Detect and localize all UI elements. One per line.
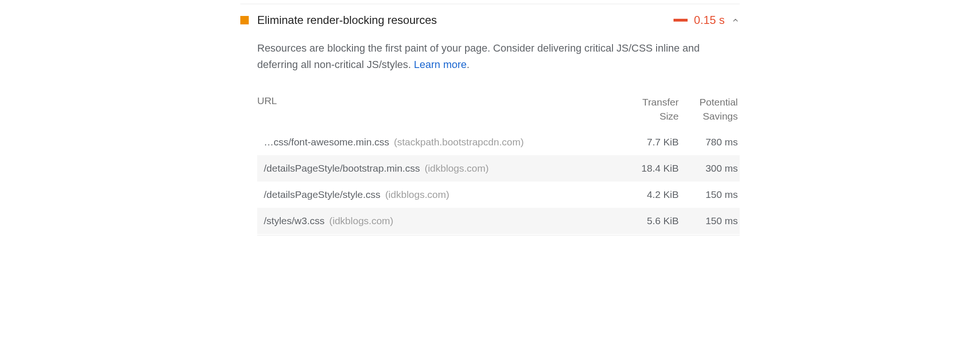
- chevron-up-icon[interactable]: [731, 16, 740, 24]
- col-header-size-line2: Size: [618, 109, 679, 123]
- duration-bar-icon: [674, 19, 688, 22]
- description-period: .: [467, 59, 469, 70]
- duration-value: 0.15 s: [694, 14, 725, 27]
- cell-savings: 300 ms: [679, 163, 740, 174]
- audit-header[interactable]: Eliminate render-blocking resources 0.15…: [240, 14, 740, 27]
- col-header-size: Transfer Size: [618, 95, 679, 123]
- cell-size: 5.6 KiB: [618, 215, 679, 227]
- resources-table: URL Transfer Size Potential Savings …css…: [257, 90, 740, 234]
- top-divider: [240, 4, 740, 4]
- cell-savings: 780 ms: [679, 136, 740, 148]
- url-domain: (idkblogs.com): [329, 215, 394, 226]
- table-row: /styles/w3.css(idkblogs.com) 5.6 KiB 150…: [257, 208, 740, 234]
- url-path: /detailsPageStyle/style.css: [264, 189, 381, 200]
- cell-savings: 150 ms: [679, 215, 740, 227]
- cell-savings: 150 ms: [679, 189, 740, 200]
- url-path: …css/font-awesome.min.css: [264, 136, 389, 147]
- col-header-savings-line1: Potential: [679, 95, 738, 109]
- table-row: …css/font-awesome.min.css(stackpath.boot…: [257, 129, 740, 155]
- col-header-savings: Potential Savings: [679, 95, 740, 123]
- audit-description: Resources are blocking the first paint o…: [257, 40, 740, 73]
- cell-url: /detailsPageStyle/bootstrap.min.css(idkb…: [264, 163, 618, 174]
- url-domain: (idkblogs.com): [425, 163, 489, 174]
- audit-header-right: 0.15 s: [674, 14, 740, 27]
- url-path: /styles/w3.css: [264, 215, 325, 226]
- audit-body: Resources are blocking the first paint o…: [240, 27, 740, 235]
- cell-url: /detailsPageStyle/style.css(idkblogs.com…: [264, 189, 618, 200]
- status-square-icon: [240, 16, 249, 24]
- bottom-divider: [257, 235, 740, 235]
- description-text: Resources are blocking the first paint o…: [257, 42, 700, 70]
- url-path: /detailsPageStyle/bootstrap.min.css: [264, 163, 420, 174]
- cell-size: 18.4 KiB: [618, 163, 679, 174]
- col-header-size-line1: Transfer: [618, 95, 679, 109]
- audit-title: Eliminate render-blocking resources: [257, 14, 665, 27]
- col-header-url: URL: [257, 95, 618, 123]
- cell-size: 4.2 KiB: [618, 189, 679, 200]
- cell-size: 7.7 KiB: [618, 136, 679, 148]
- url-domain: (stackpath.bootstrapcdn.com): [394, 136, 524, 147]
- cell-url: /styles/w3.css(idkblogs.com): [264, 215, 618, 227]
- cell-url: …css/font-awesome.min.css(stackpath.boot…: [264, 136, 618, 148]
- url-domain: (idkblogs.com): [385, 189, 450, 200]
- col-header-savings-line2: Savings: [679, 109, 738, 123]
- table-row: /detailsPageStyle/bootstrap.min.css(idkb…: [257, 155, 740, 182]
- table-row: /detailsPageStyle/style.css(idkblogs.com…: [257, 182, 740, 208]
- table-header: URL Transfer Size Potential Savings: [257, 90, 740, 129]
- learn-more-link[interactable]: Learn more: [414, 59, 467, 70]
